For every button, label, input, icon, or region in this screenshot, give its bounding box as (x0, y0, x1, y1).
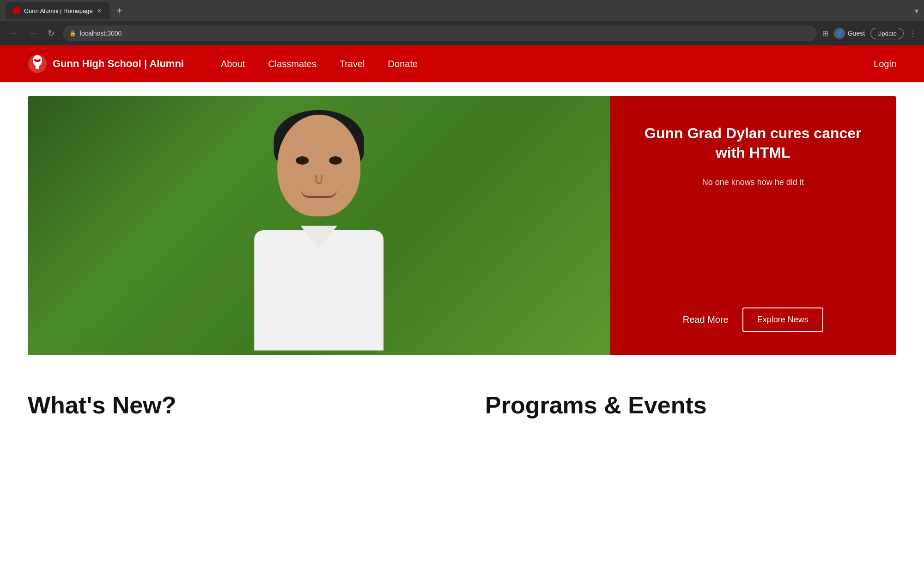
programs-events-heading: Programs & Events (485, 392, 896, 418)
hero-subtitle: No one knows how he did it (633, 176, 873, 189)
website-content: Gunn High School | Alumni About Classmat… (0, 45, 924, 578)
whats-new-heading: What's New? (28, 392, 439, 418)
grid-icon[interactable]: ⊞ (822, 29, 828, 38)
read-more-link[interactable]: Read More (683, 314, 729, 325)
new-tab-button[interactable]: + (113, 4, 126, 18)
tab-favicon (13, 7, 20, 14)
update-button[interactable]: Update (870, 28, 904, 39)
school-logo (28, 54, 47, 74)
hero-image (28, 96, 610, 355)
nav-travel[interactable]: Travel (340, 59, 365, 69)
nav-about[interactable]: About (221, 59, 245, 69)
navbar-links: About Classmates Travel Donate (221, 59, 418, 69)
programs-events-section: Programs & Events (485, 392, 896, 418)
person-head (277, 115, 360, 216)
login-link[interactable]: Login (874, 59, 896, 69)
user-avatar: 👤 (834, 28, 845, 39)
svg-rect-4 (36, 56, 39, 60)
browser-right-controls: ⊞ 👤 Guest Update ⋮ (822, 28, 917, 39)
user-name: Guest (848, 30, 865, 37)
hero-person (28, 96, 610, 355)
browser-chrome: Gunn Alumni | Homepage ✕ + ▾ ← → ↻ 🔒 loc… (0, 0, 924, 45)
person-figure (222, 101, 416, 350)
tab-chevron-icon[interactable]: ▾ (915, 6, 918, 15)
hero-content: Gunn Grad Dylan cures cancer with HTML N… (610, 96, 896, 355)
tab-close-icon[interactable]: ✕ (97, 7, 102, 14)
back-button[interactable]: ← (7, 29, 20, 38)
tab-title: Gunn Alumni | Homepage (24, 7, 93, 14)
nav-classmates[interactable]: Classmates (268, 59, 316, 69)
person-body (254, 230, 383, 350)
explore-news-button[interactable]: Explore News (742, 307, 823, 332)
navbar-brand-name: Gunn High School | Alumni (53, 58, 184, 70)
user-profile[interactable]: 👤 Guest (834, 28, 865, 39)
active-tab[interactable]: Gunn Alumni | Homepage ✕ (6, 2, 109, 19)
navbar: Gunn High School | Alumni About Classmat… (0, 45, 924, 82)
whats-new-section: What's New? (28, 392, 439, 418)
browser-menu-icon[interactable]: ⋮ (909, 29, 917, 38)
lock-icon: 🔒 (69, 30, 76, 37)
hero-actions: Read More Explore News (633, 307, 873, 332)
bottom-section: What's New? Programs & Events (0, 369, 924, 418)
svg-rect-2 (36, 63, 39, 69)
forward-button[interactable]: → (26, 29, 39, 38)
hero-section: Gunn Grad Dylan cures cancer with HTML N… (28, 96, 896, 355)
hero-title: Gunn Grad Dylan cures cancer with HTML (633, 124, 873, 162)
address-bar: ← → ↻ 🔒 localhost:3000 ⊞ 👤 Guest Update … (0, 21, 924, 45)
reload-button[interactable]: ↻ (44, 28, 57, 38)
nav-donate[interactable]: Donate (388, 59, 418, 69)
url-bar[interactable]: 🔒 localhost:3000 (63, 25, 817, 41)
url-text: localhost:3000 (80, 30, 122, 37)
tab-bar: Gunn Alumni | Homepage ✕ + ▾ (0, 0, 924, 21)
navbar-brand[interactable]: Gunn High School | Alumni (28, 54, 184, 74)
